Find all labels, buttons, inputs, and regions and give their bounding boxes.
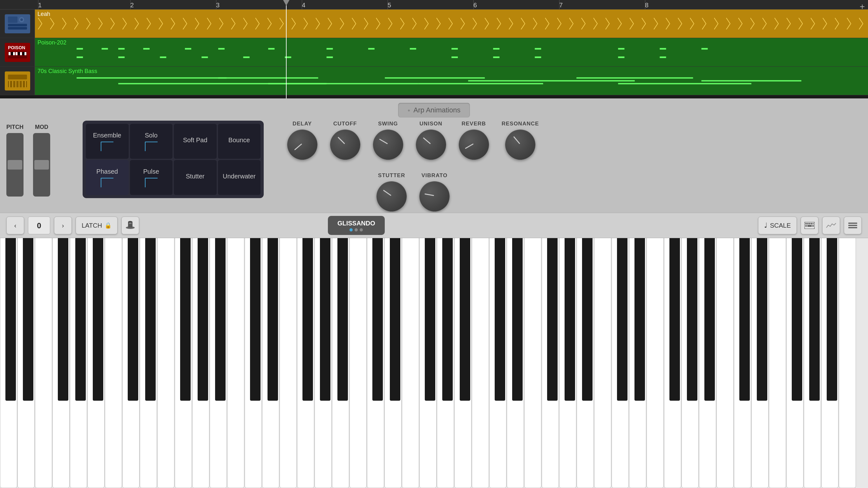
- black-key[interactable]: [495, 238, 505, 401]
- black-key[interactable]: [547, 238, 558, 401]
- list-button[interactable]: [844, 217, 862, 234]
- black-key[interactable]: [792, 238, 802, 401]
- mod-slider[interactable]: [33, 133, 50, 197]
- track-content-bass[interactable]: 70s Classic Synth Bass: [35, 67, 868, 95]
- black-key[interactable]: [5, 238, 16, 401]
- black-key[interactable]: [75, 238, 86, 401]
- black-key[interactable]: [372, 238, 383, 401]
- reverb-knob[interactable]: [459, 130, 489, 160]
- black-key[interactable]: [23, 238, 33, 401]
- hat-icon: [125, 220, 135, 231]
- white-key[interactable]: [35, 238, 52, 488]
- white-key[interactable]: [647, 238, 664, 488]
- preset-pulse[interactable]: Pulse: [130, 160, 173, 195]
- black-key[interactable]: [320, 238, 331, 401]
- black-key[interactable]: [215, 238, 225, 401]
- vibrato-knob[interactable]: [420, 181, 450, 212]
- white-key[interactable]: [280, 238, 297, 488]
- preset-phased[interactable]: Phased: [86, 160, 129, 195]
- preset-phased-icon: [101, 178, 114, 187]
- track-content-leah[interactable]: Leah: [35, 9, 868, 38]
- arp-pattern-button[interactable]: [822, 217, 840, 234]
- black-key[interactable]: [268, 238, 278, 401]
- arp-animations-button[interactable]: Arp Animations: [398, 103, 470, 118]
- black-key[interactable]: [634, 238, 645, 401]
- white-key[interactable]: [349, 238, 367, 488]
- black-key[interactable]: [250, 238, 260, 401]
- svg-rect-33: [809, 223, 810, 225]
- black-key[interactable]: [303, 238, 313, 401]
- black-key[interactable]: [128, 238, 138, 401]
- black-key[interactable]: [58, 238, 68, 401]
- pitch-slider[interactable]: [6, 133, 24, 197]
- preset-underwater[interactable]: Underwater: [218, 160, 261, 195]
- unison-knob-label: UNISON: [420, 121, 442, 127]
- swing-knob[interactable]: [373, 130, 403, 160]
- preset-grid: Ensemble Solo Soft Pad Bounce Phased Pul…: [83, 121, 264, 198]
- black-key[interactable]: [197, 238, 208, 401]
- white-key[interactable]: [472, 238, 489, 488]
- black-key[interactable]: [739, 238, 750, 401]
- keyboard-button[interactable]: [801, 217, 818, 234]
- preset-stutter[interactable]: Stutter: [174, 160, 217, 195]
- scale-button[interactable]: ♩ SCALE: [758, 217, 797, 234]
- delay-knob[interactable]: [287, 130, 317, 160]
- playhead[interactable]: [286, 0, 286, 98]
- svg-rect-37: [807, 225, 812, 227]
- piano-area: [0, 238, 868, 488]
- white-key[interactable]: [227, 238, 244, 488]
- black-key[interactable]: [442, 238, 453, 401]
- black-key[interactable]: [617, 238, 627, 401]
- track-content-poison[interactable]: Poison-202: [35, 38, 868, 66]
- ruler-mark-6: 6: [473, 2, 477, 9]
- black-key[interactable]: [757, 238, 767, 401]
- resonance-knob-group: RESONANCE: [502, 121, 539, 160]
- hat-button[interactable]: [121, 217, 139, 234]
- white-key[interactable]: [716, 238, 734, 488]
- preset-ensemble[interactable]: Ensemble: [86, 124, 129, 159]
- black-key[interactable]: [425, 238, 435, 401]
- unison-knob[interactable]: [416, 130, 446, 160]
- cutoff-knob[interactable]: [330, 130, 360, 160]
- black-key[interactable]: [145, 238, 156, 401]
- white-key[interactable]: [839, 238, 856, 488]
- stutter-knob[interactable]: [376, 181, 407, 212]
- svg-rect-41: [848, 227, 857, 228]
- preset-soft-pad[interactable]: Soft Pad: [174, 124, 217, 159]
- track-poison: POISON Poison-202: [0, 38, 868, 67]
- black-key[interactable]: [827, 238, 837, 401]
- white-key[interactable]: [157, 238, 175, 488]
- next-octave-button[interactable]: ›: [54, 217, 72, 234]
- track-label-leah: Leah: [37, 11, 50, 18]
- black-key[interactable]: [93, 238, 103, 401]
- controls-area: Arp Animations PITCH MOD Ensemble: [0, 98, 868, 213]
- preset-solo[interactable]: Solo: [130, 124, 173, 159]
- black-key[interactable]: [565, 238, 575, 401]
- black-key[interactable]: [460, 238, 470, 401]
- resonance-knob[interactable]: [505, 130, 535, 160]
- black-key[interactable]: [809, 238, 820, 401]
- glissando-button[interactable]: GLISSANDO: [328, 216, 385, 235]
- black-key[interactable]: [670, 238, 680, 401]
- white-key[interactable]: [594, 238, 611, 488]
- resonance-knob-label: RESONANCE: [502, 121, 539, 127]
- preset-bounce[interactable]: Bounce: [218, 124, 261, 159]
- svg-rect-14: [20, 52, 22, 55]
- svg-rect-2: [8, 24, 27, 26]
- white-key[interactable]: [402, 238, 419, 488]
- black-key[interactable]: [512, 238, 523, 401]
- black-key[interactable]: [180, 238, 191, 401]
- white-key[interactable]: [769, 238, 786, 488]
- white-key[interactable]: [105, 238, 122, 488]
- black-key[interactable]: [390, 238, 400, 401]
- swing-knob-group: SWING: [373, 121, 403, 160]
- black-key[interactable]: [337, 238, 348, 401]
- latch-button[interactable]: LATCH 🔒: [75, 217, 118, 234]
- black-key[interactable]: [582, 238, 593, 401]
- svg-rect-10: [11, 52, 13, 55]
- black-key[interactable]: [687, 238, 698, 401]
- prev-octave-button[interactable]: ‹: [6, 217, 24, 234]
- black-key[interactable]: [704, 238, 715, 401]
- ruler-mark-7: 7: [559, 2, 563, 9]
- white-key[interactable]: [524, 238, 541, 488]
